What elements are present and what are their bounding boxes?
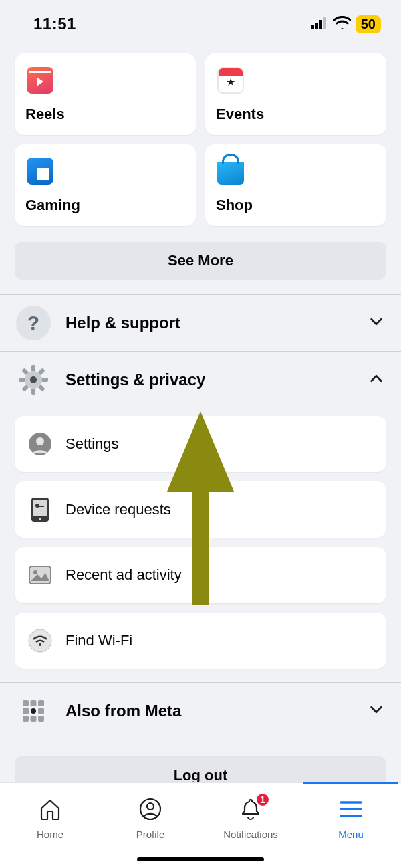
battery-indicator: 50 — [356, 15, 381, 33]
chevron-down-icon — [369, 314, 384, 332]
shortcut-label: Events — [216, 106, 376, 123]
image-icon — [27, 562, 53, 588]
section-label: Help & support — [65, 314, 354, 332]
svg-rect-26 — [23, 700, 29, 706]
tab-label: Home — [37, 829, 63, 840]
status-icons: 50 — [311, 15, 381, 33]
svg-point-14 — [30, 376, 37, 383]
section-help-support[interactable]: ? Help & support — [0, 295, 401, 351]
home-icon — [37, 796, 63, 822]
section-label: Also from Meta — [65, 701, 354, 720]
svg-rect-8 — [41, 378, 48, 382]
wifi-circle-icon — [27, 627, 53, 654]
svg-rect-33 — [31, 716, 37, 722]
events-icon — [216, 66, 245, 95]
notification-badge: 1 — [255, 792, 270, 807]
apps-grid-icon — [16, 693, 51, 728]
status-time: 11:51 — [33, 15, 76, 33]
chevron-up-icon — [369, 371, 384, 389]
home-indicator — [137, 857, 264, 861]
menu-item-label: Settings — [65, 435, 119, 453]
svg-rect-34 — [38, 716, 44, 722]
shop-icon — [216, 156, 245, 186]
shortcut-label: Gaming — [25, 197, 185, 214]
profile-icon — [138, 796, 163, 822]
bell-icon: 1 — [238, 796, 263, 822]
section-also-from-meta[interactable]: Also from Meta — [0, 683, 401, 739]
svg-rect-31 — [38, 708, 44, 714]
person-circle-icon — [27, 431, 53, 457]
menu-item-label: Find Wi-Fi — [65, 632, 132, 649]
menu-item-find-wifi[interactable]: Find Wi-Fi — [15, 613, 386, 669]
gaming-icon — [25, 156, 55, 186]
chevron-down-icon — [369, 702, 384, 720]
settings-submenu: Settings Device requests Recent ad activ… — [0, 408, 401, 682]
status-bar: 11:51 50 — [0, 0, 401, 48]
section-settings-privacy[interactable]: Settings & privacy — [0, 351, 401, 408]
tab-notifications[interactable]: 1 Notifications — [200, 783, 301, 868]
cellular-icon — [311, 15, 329, 33]
shortcut-shop[interactable]: Shop — [205, 144, 386, 226]
shortcut-gaming[interactable]: Gaming — [15, 144, 196, 226]
see-more-button[interactable]: See More — [15, 242, 386, 280]
tab-label: Notifications — [223, 829, 278, 840]
question-icon: ? — [16, 306, 51, 340]
hamburger-icon — [338, 796, 364, 822]
svg-rect-0 — [311, 25, 314, 29]
svg-rect-29 — [23, 708, 29, 714]
phone-key-icon — [27, 496, 53, 523]
tab-menu[interactable]: Menu — [301, 783, 401, 868]
svg-point-19 — [39, 518, 41, 520]
tab-profile[interactable]: Profile — [100, 783, 200, 868]
menu-item-recent-ad-activity[interactable]: Recent ad activity — [15, 547, 386, 603]
menu-item-settings[interactable]: Settings — [15, 416, 386, 472]
logout-wrap: Log out — [0, 739, 401, 782]
tab-label: Profile — [136, 829, 165, 840]
menu-item-label: Recent ad activity — [65, 566, 182, 584]
wifi-icon — [333, 15, 351, 33]
reels-icon — [25, 66, 55, 95]
svg-rect-5 — [31, 365, 35, 372]
tab-home[interactable]: Home — [0, 783, 100, 868]
svg-point-30 — [31, 708, 36, 714]
shortcut-label: Shop — [216, 197, 376, 214]
section-label: Settings & privacy — [65, 370, 354, 389]
menu-item-label: Device requests — [65, 501, 171, 518]
svg-point-23 — [33, 570, 37, 574]
svg-rect-22 — [29, 566, 51, 584]
svg-rect-1 — [315, 23, 318, 29]
svg-rect-28 — [38, 700, 44, 706]
tab-bar: Home Profile 1 Notifications Menu — [0, 782, 401, 868]
svg-rect-6 — [31, 388, 35, 395]
tab-label: Menu — [338, 829, 364, 840]
svg-rect-27 — [31, 700, 37, 706]
svg-rect-18 — [33, 500, 47, 516]
shortcut-events[interactable]: Events — [205, 53, 386, 135]
shortcut-grid: Reels Events Gaming Shop — [0, 48, 401, 235]
content: Reels Events Gaming Shop See More ? Help… — [0, 48, 401, 782]
shortcut-reels[interactable]: Reels — [15, 53, 196, 135]
svg-point-25 — [39, 643, 41, 646]
menu-item-device-requests[interactable]: Device requests — [15, 481, 386, 538]
gear-icon — [16, 362, 51, 397]
svg-rect-2 — [319, 20, 322, 29]
shortcut-label: Reels — [25, 106, 185, 123]
svg-rect-32 — [23, 716, 29, 722]
svg-rect-3 — [323, 17, 326, 29]
svg-point-16 — [36, 437, 44, 445]
svg-rect-7 — [19, 378, 25, 382]
svg-point-36 — [147, 803, 154, 810]
svg-rect-21 — [39, 506, 44, 507]
logout-button[interactable]: Log out — [15, 756, 386, 782]
menu-screen: 11:51 50 Reels Events Gaming — [0, 0, 401, 868]
see-more-wrap: See More — [0, 235, 401, 294]
